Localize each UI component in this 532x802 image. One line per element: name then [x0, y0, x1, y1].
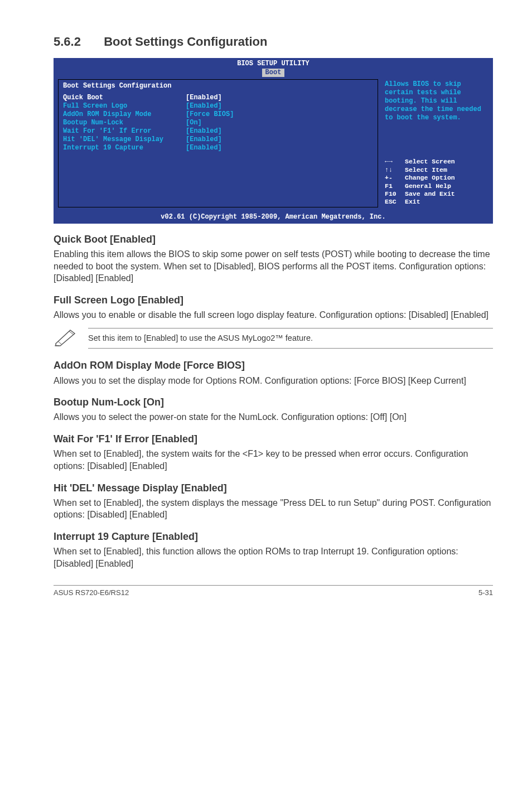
bios-title-bar: BIOS SETUP UTILITY Boot — [54, 58, 493, 77]
entry-heading-full-screen-logo: Full Screen Logo [Enabled] — [54, 293, 493, 307]
footer-page-number: 5-31 — [478, 588, 493, 598]
pencil-icon — [54, 327, 79, 350]
entry-heading-wait-f1: Wait For 'F1' If Error [Enabled] — [54, 432, 493, 446]
bios-screenshot: BIOS SETUP UTILITY Boot Boot Settings Co… — [54, 58, 493, 224]
bios-item: Quick Boot[Enabled] — [63, 94, 373, 102]
bios-help-text: Allows BIOS to skip certain tests while … — [385, 80, 486, 122]
page-footer: ASUS RS720-E6/RS12 5-31 — [54, 585, 493, 598]
bios-help-panel: Allows BIOS to skip certain tests while … — [383, 79, 489, 207]
bios-item: Full Screen Logo[Enabled] — [63, 102, 373, 110]
bios-title: BIOS SETUP UTILITY — [237, 60, 309, 67]
svg-line-1 — [58, 341, 61, 344]
bios-item: Bootup Num-Lock[On] — [63, 119, 373, 127]
bios-item: Wait For 'F1' If Error[Enabled] — [63, 127, 373, 136]
entry-body-addon-rom: Allows you to set the display mode for O… — [54, 375, 493, 387]
entry-heading-quick-boot: Quick Boot [Enabled] — [54, 233, 493, 246]
section-title-text: Boot Settings Configuration — [104, 35, 267, 49]
entry-heading-bootup-numlock: Bootup Num-Lock [On] — [54, 395, 493, 409]
note-text: Set this item to [Enabled] to use the AS… — [88, 328, 493, 349]
bios-key-legend: ←→Select Screen ↑↓Select Item +-Change O… — [385, 158, 486, 206]
entry-body-interrupt19: When set to [Enabled], this function all… — [54, 545, 493, 569]
bios-footer: v02.61 (C)Copyright 1985-2009, American … — [54, 212, 493, 224]
entry-body-hit-del: When set to [Enabled], the system displa… — [54, 497, 493, 521]
note-block: Set this item to [Enabled] to use the AS… — [54, 327, 493, 350]
section-heading: 5.6.2 Boot Settings Configuration — [54, 33, 493, 50]
entry-body-quick-boot: Enabling this item allows the BIOS to sk… — [54, 248, 493, 284]
footer-product: ASUS RS720-E6/RS12 — [54, 588, 129, 598]
bios-item: Interrupt 19 Capture[Enabled] — [63, 144, 373, 152]
entry-body-full-screen-logo: Allows you to enable or disable the full… — [54, 309, 493, 321]
bios-item: Hit 'DEL' Message Display[Enabled] — [63, 136, 373, 144]
entry-body-bootup-numlock: Allows you to select the power-on state … — [54, 411, 493, 423]
entry-heading-addon-rom: AddOn ROM Display Mode [Force BIOS] — [54, 359, 493, 372]
entry-body-wait-f1: When set to [Enabled], the system waits … — [54, 448, 493, 472]
entry-heading-interrupt19: Interrupt 19 Capture [Enabled] — [54, 530, 493, 543]
entry-heading-hit-del: Hit 'DEL' Message Display [Enabled] — [54, 481, 493, 495]
bios-item: AddOn ROM Display Mode[Force BIOS] — [63, 110, 373, 119]
bios-panel-header: Boot Settings Configuration — [63, 82, 373, 90]
bios-active-tab: Boot — [262, 69, 285, 77]
section-number: 5.6.2 — [54, 33, 100, 50]
bios-main-panel: Boot Settings Configuration Quick Boot[E… — [58, 79, 378, 207]
